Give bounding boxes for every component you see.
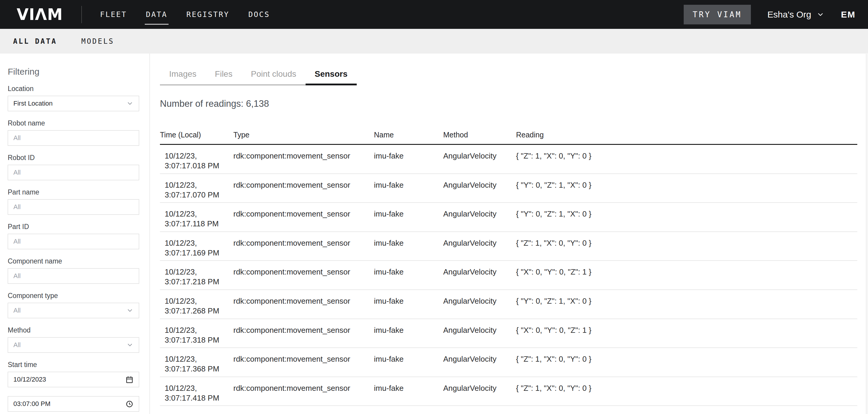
try-viam-button[interactable]: TRY VIAM bbox=[684, 5, 751, 24]
primary-nav: FLEET DATA REGISTRY DOCS bbox=[100, 0, 270, 29]
cell-type: rdk:component:movement_sensor bbox=[234, 377, 374, 406]
cell-reading: { "Z": 1, "X": 0, "Y": 0 } bbox=[516, 232, 857, 261]
cell-time: 10/12/23, 3:07:17.318 PM bbox=[160, 319, 234, 348]
navbar-right: TRY VIAM Esha's Org EM bbox=[684, 5, 856, 24]
cell-time-date: 10/12/23, bbox=[165, 209, 234, 219]
filter-input-robot-name[interactable] bbox=[8, 130, 139, 146]
filter-select-method[interactable]: All bbox=[8, 337, 139, 353]
subnav-tab[interactable]: MODELS bbox=[82, 37, 115, 46]
table-row: 10/12/23, 3:07:17.418 PM rdk:component:m… bbox=[160, 377, 857, 406]
data-type-tab[interactable]: Point clouds bbox=[242, 64, 306, 85]
filter-date-start-time[interactable]: 10/12/2023 bbox=[8, 372, 139, 387]
data-type-tab[interactable]: Images bbox=[160, 64, 206, 85]
filter-time[interactable]: 03:07:00 PM bbox=[8, 396, 139, 412]
filter-input-robot-id[interactable] bbox=[8, 165, 139, 180]
subnav-tab-label: ALL DATA bbox=[13, 37, 57, 46]
cell-reading: { "Z": 1, "X": 0, "Y": 0 } bbox=[516, 377, 857, 406]
filter-value: All bbox=[13, 341, 21, 349]
cell-method: AngularVelocity bbox=[443, 145, 516, 173]
cell-method: AngularVelocity bbox=[443, 174, 516, 203]
filter-select-component-type[interactable]: All bbox=[8, 303, 139, 318]
cell-time-date: 10/12/23, bbox=[165, 180, 234, 190]
cell-type: rdk:component:movement_sensor bbox=[234, 174, 374, 203]
nav-item[interactable]: DOCS bbox=[249, 0, 270, 29]
page-content: Filtering LocationFirst LocationRobot na… bbox=[0, 54, 868, 414]
cell-name: imu-fake bbox=[374, 174, 443, 203]
cell-method: AngularVelocity bbox=[443, 377, 516, 406]
cell-time-clock: 3:07:17.268 PM bbox=[165, 306, 234, 316]
page-scrollbar[interactable] bbox=[866, 54, 868, 414]
filter-label-robot-id: Robot ID bbox=[8, 153, 139, 162]
cell-method: AngularVelocity bbox=[443, 232, 516, 261]
cell-method: AngularVelocity bbox=[443, 290, 516, 319]
filter-select-location[interactable]: First Location bbox=[8, 96, 139, 111]
cell-type: rdk:component:movement_sensor bbox=[234, 290, 374, 319]
sidebar-title: Filtering bbox=[8, 67, 139, 77]
cell-reading: { "Y": 0, "Z": 1, "X": 0 } bbox=[516, 290, 857, 319]
nav-item-label: DOCS bbox=[249, 10, 270, 19]
table-row: 10/12/23, 3:07:17.118 PM rdk:component:m… bbox=[160, 203, 857, 232]
filter-label-location: Location bbox=[8, 85, 139, 93]
cell-type: rdk:component:movement_sensor bbox=[234, 261, 374, 289]
filter-input-part-name[interactable] bbox=[8, 199, 139, 215]
table-row: 10/12/23, 3:07:17.368 PM rdk:component:m… bbox=[160, 348, 857, 377]
viam-logo[interactable]: VIΛM bbox=[17, 6, 63, 22]
top-navbar: VIΛM FLEET DATA REGISTRY DOCS bbox=[0, 0, 868, 29]
cell-time-date: 10/12/23, bbox=[165, 354, 234, 364]
filter-group-part-id: Part ID bbox=[8, 223, 139, 249]
data-type-tab[interactable]: Sensors bbox=[306, 64, 357, 85]
filter-label-part-name: Part name bbox=[8, 188, 139, 196]
cell-time: 10/12/23, 3:07:17.070 PM bbox=[160, 174, 234, 203]
cell-time-date: 10/12/23, bbox=[165, 383, 234, 393]
cell-time-clock: 3:07:17.118 PM bbox=[165, 219, 234, 229]
cell-time-clock: 3:07:17.018 PM bbox=[165, 161, 234, 171]
filter-group-method: MethodAll bbox=[8, 326, 139, 353]
data-type-tabs: Images Files Point clouds Sensors bbox=[160, 64, 357, 85]
cell-time-clock: 3:07:17.169 PM bbox=[165, 248, 234, 258]
cell-time-clock: 3:07:17.318 PM bbox=[165, 335, 234, 345]
cell-reading: { "Z": 1, "X": 0, "Y": 0 } bbox=[516, 145, 857, 173]
nav-item-label: REGISTRY bbox=[186, 10, 229, 19]
chevron-down-icon bbox=[126, 307, 133, 314]
filter-fields: LocationFirst LocationRobot nameRobot ID… bbox=[8, 85, 139, 412]
cell-name: imu-fake bbox=[374, 377, 443, 406]
table-row: 10/12/23, 3:07:17.018 PM rdk:component:m… bbox=[160, 145, 857, 174]
filter-group-location: LocationFirst Location bbox=[8, 85, 139, 111]
cell-time-clock: 3:07:17.218 PM bbox=[165, 277, 234, 287]
filter-group-time: 03:07:00 PM bbox=[8, 396, 139, 412]
org-switcher[interactable]: Esha's Org bbox=[768, 9, 824, 20]
cell-type: rdk:component:movement_sensor bbox=[234, 232, 374, 261]
filter-label-part-id: Part ID bbox=[8, 223, 139, 231]
cell-reading: { "Y": 0, "Z": 1, "X": 0 } bbox=[516, 203, 857, 231]
table-row: 10/12/23, 3:07:17.218 PM rdk:component:m… bbox=[160, 261, 857, 290]
nav-item[interactable]: DATA bbox=[146, 0, 167, 29]
subnav-tab[interactable]: ALL DATA bbox=[13, 37, 57, 46]
cell-time: 10/12/23, 3:07:17.418 PM bbox=[160, 377, 234, 406]
navbar-divider bbox=[82, 6, 82, 23]
data-subnav: ALL DATA MODELS bbox=[0, 29, 868, 54]
data-type-tab-label: Images bbox=[169, 69, 196, 79]
data-type-tab[interactable]: Files bbox=[206, 64, 242, 85]
table-row: 10/12/23, 3:07:17.318 PM rdk:component:m… bbox=[160, 319, 857, 348]
cell-method: AngularVelocity bbox=[443, 348, 516, 377]
readings-count: Number of readings: 6,138 bbox=[160, 98, 857, 109]
cell-type: rdk:component:movement_sensor bbox=[234, 319, 374, 348]
cell-time-clock: 3:07:17.368 PM bbox=[165, 364, 234, 374]
table-row: 10/12/23, 3:07:17.268 PM rdk:component:m… bbox=[160, 290, 857, 319]
filter-sidebar: Filtering LocationFirst LocationRobot na… bbox=[0, 54, 150, 414]
table-column-header: Time (Local) bbox=[160, 130, 234, 144]
filter-label-method: Method bbox=[8, 326, 139, 334]
filter-input-part-id[interactable] bbox=[8, 234, 139, 249]
cell-time: 10/12/23, 3:07:17.118 PM bbox=[160, 203, 234, 231]
filter-group-robot-id: Robot ID bbox=[8, 153, 139, 180]
cell-time-date: 10/12/23, bbox=[165, 325, 234, 335]
cell-reading: { "X": 0, "Y": 0, "Z": 1 } bbox=[516, 319, 857, 348]
nav-item[interactable]: FLEET bbox=[100, 0, 127, 29]
filter-group-component-type: Component typeAll bbox=[8, 292, 139, 318]
filter-input-component-name[interactable] bbox=[8, 268, 139, 284]
avatar[interactable]: EM bbox=[841, 9, 856, 20]
cell-time-clock: 3:07:17.418 PM bbox=[165, 393, 234, 403]
org-name: Esha's Org bbox=[768, 9, 811, 20]
nav-item[interactable]: REGISTRY bbox=[186, 0, 229, 29]
filter-group-part-name: Part name bbox=[8, 188, 139, 215]
